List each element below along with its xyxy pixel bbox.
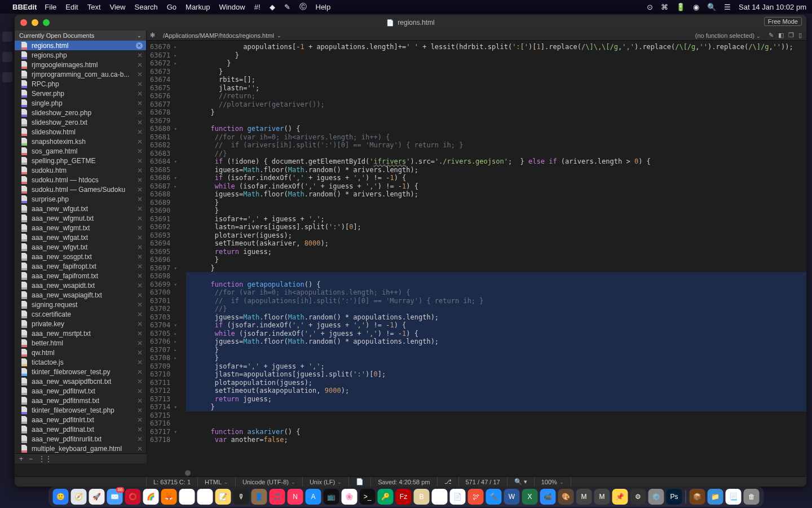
close-file-icon[interactable]: ✕: [137, 109, 143, 117]
document-icon-status[interactable]: 📄: [349, 477, 371, 487]
file-item[interactable]: tictactoe.js✕: [15, 357, 146, 367]
menu-file[interactable]: File: [45, 3, 56, 11]
menu-#![interactable]: #!: [254, 3, 261, 11]
close-file-icon[interactable]: ✕: [137, 378, 143, 386]
menu-search[interactable]: Search: [135, 3, 158, 11]
file-item[interactable]: tkinter_filebrowser_test.php✕: [15, 405, 146, 415]
path-chevron-icon[interactable]: ⌄: [277, 33, 281, 38]
dock-calendar[interactable]: 14: [179, 489, 195, 505]
file-item[interactable]: rjmprogramming_com_au.ca-b...✕: [15, 69, 146, 79]
file-item[interactable]: aaa_new_pdfitnmst.txt✕: [15, 396, 146, 405]
close-file-icon[interactable]: ✕: [137, 71, 143, 78]
close-file-icon[interactable]: ✕: [137, 397, 143, 405]
gear-icon[interactable]: ✻: [147, 32, 158, 39]
menu-c-icon[interactable]: Ⓒ: [299, 2, 307, 12]
code-area[interactable]: apopulations[-1 + apopulations.length]+=…: [182, 41, 806, 476]
file-item[interactable]: rjmgoogleimages.html✕: [15, 60, 146, 69]
file-item[interactable]: signing.request✕: [15, 300, 146, 309]
close-file-icon[interactable]: ✕: [137, 272, 143, 280]
close-file-icon[interactable]: ✕: [137, 406, 143, 414]
close-file-icon[interactable]: ✕: [137, 310, 143, 318]
menu-tag-icon[interactable]: ✎: [284, 3, 290, 11]
sidebar-header-chevron-icon[interactable]: ⌄: [137, 33, 142, 38]
lineending-selector[interactable]: Unix (LF): [303, 477, 349, 487]
close-file-icon[interactable]: ✕: [137, 368, 143, 376]
dock-notes[interactable]: 📝: [215, 489, 231, 505]
dock-news[interactable]: N: [288, 489, 303, 505]
menu-edit[interactable]: Edit: [65, 3, 78, 11]
dock-reminders[interactable]: ✓: [197, 489, 213, 505]
play-icon[interactable]: ⊙: [647, 3, 653, 11]
dock-sysprefs[interactable]: ⚙️: [648, 489, 664, 505]
dock-mamp[interactable]: M: [576, 489, 592, 505]
file-item[interactable]: sudoku.html — Games/Sudoku✕: [15, 185, 146, 194]
file-item[interactable]: better.html✕: [15, 338, 146, 348]
dock-screenflow[interactable]: ●: [432, 489, 448, 505]
file-item[interactable]: aaa_new_wfgmut.txt✕: [15, 213, 146, 223]
file-item[interactable]: aaa_new_pdfitnlrt.txt✕: [15, 415, 146, 424]
close-file-icon[interactable]: ✕: [137, 128, 143, 136]
sidebar-file-list[interactable]: regions.html✕regions.php✕rjmgoogleimages…: [15, 41, 147, 453]
add-file-button[interactable]: +: [19, 455, 23, 463]
close-file-icon[interactable]: ✕: [137, 262, 143, 270]
dock-box[interactable]: 📦: [690, 489, 705, 505]
file-item[interactable]: aaa_new_sosgpt.txt✕: [15, 252, 146, 261]
dock-filezilla[interactable]: Fz: [396, 489, 412, 505]
close-file-icon[interactable]: ✕: [137, 138, 143, 146]
dock-launches[interactable]: 🚀: [89, 489, 105, 505]
close-file-icon[interactable]: ✕: [137, 80, 143, 88]
file-item[interactable]: sudoku.htm✕: [15, 165, 146, 175]
close-file-icon[interactable]: ✕: [137, 51, 143, 59]
dock-voice[interactable]: 🎙: [233, 489, 249, 505]
file-item[interactable]: csr.certificate✕: [15, 309, 146, 319]
file-item[interactable]: aaa_new_fapifromt.txt✕: [15, 271, 146, 281]
close-file-icon[interactable]: ✕: [137, 243, 143, 251]
dock-gimp[interactable]: 🎨: [558, 489, 574, 505]
close-file-icon[interactable]: ✕: [137, 435, 143, 443]
doc-icon-small[interactable]: ▯: [798, 32, 802, 39]
dock-mamp2[interactable]: M: [594, 489, 610, 505]
dock-mail[interactable]: ✉️86: [107, 489, 123, 505]
file-item[interactable]: aaa_new_wsapidt.txt✕: [15, 281, 146, 290]
close-file-icon[interactable]: ✕: [137, 320, 143, 328]
file-item[interactable]: regions.html✕: [15, 41, 146, 50]
close-file-icon[interactable]: ✕: [137, 253, 143, 261]
dock-onyx[interactable]: ⚙: [630, 489, 646, 505]
dock-xcode[interactable]: 🔨: [486, 489, 502, 505]
close-file-icon[interactable]: ✕: [137, 339, 143, 347]
close-file-icon[interactable]: ✕: [137, 330, 143, 338]
dock-excel[interactable]: X: [522, 489, 538, 505]
dock-finder[interactable]: 🙂: [53, 489, 69, 505]
file-item[interactable]: slideshow_zero.txt✕: [15, 117, 146, 127]
close-file-icon[interactable]: ✕: [137, 301, 143, 309]
file-item[interactable]: aaa_new_msrtpt.txt✕: [15, 329, 146, 338]
dock-ps[interactable]: Ps: [667, 489, 682, 505]
cursor-position[interactable]: L: 63715 C: 1: [147, 477, 198, 487]
bluetooth-icon[interactable]: ⌘: [661, 3, 668, 11]
dock-tv[interactable]: 📺: [324, 489, 339, 505]
tag-icon[interactable]: ◧: [778, 32, 784, 39]
close-file-icon[interactable]: ✕: [137, 349, 143, 357]
close-file-icon[interactable]: ✕: [137, 214, 143, 222]
file-path[interactable]: /Applications/MAMP/htdocs/regions.html ⌄: [158, 32, 695, 39]
file-item[interactable]: sos_game.html✕: [15, 146, 146, 156]
close-file-icon[interactable]: ✕: [137, 445, 143, 453]
dock-contacts[interactable]: 👤: [251, 489, 267, 505]
close-file-icon[interactable]: ✕: [137, 205, 143, 213]
file-item[interactable]: aaa_new_pdfitnrurlit.txt✕: [15, 434, 146, 444]
file-item[interactable]: single.php✕: [15, 98, 146, 108]
dock-photos[interactable]: 🌸: [342, 489, 358, 505]
code-editor[interactable]: 63670▸63671▸63672▸6367363674636756367663…: [147, 41, 806, 476]
dock-zoom[interactable]: 📹: [540, 489, 556, 505]
file-item[interactable]: snapshotexim.ksh✕: [15, 137, 146, 146]
file-item[interactable]: aaa_new_fapifropt.txt✕: [15, 261, 146, 271]
close-file-icon[interactable]: ✕: [137, 426, 143, 433]
close-file-icon[interactable]: ✕: [136, 42, 143, 49]
dock-safari[interactable]: 🧭: [71, 489, 87, 505]
close-file-icon[interactable]: ✕: [137, 358, 143, 366]
file-item[interactable]: aaa_new_pdfitnwt.txt✕: [15, 386, 146, 396]
file-item[interactable]: aaa_new_wfgmt.txt✕: [15, 223, 146, 233]
app-name[interactable]: BBEdit: [12, 3, 37, 11]
close-file-icon[interactable]: ✕: [137, 147, 143, 155]
file-item[interactable]: aaa_new_wsapipdfbcnt.txt✕: [15, 376, 146, 386]
